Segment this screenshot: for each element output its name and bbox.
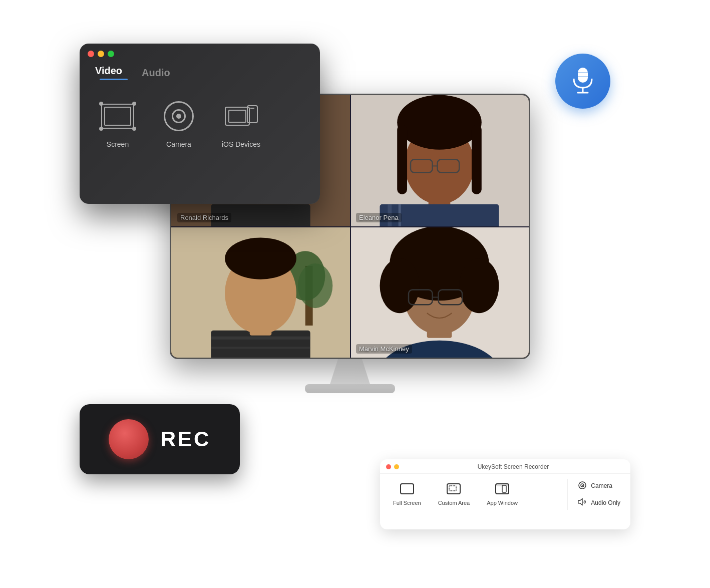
- mac-icon-screen[interactable]: Screen: [100, 98, 136, 148]
- mac-titlebar: [80, 44, 320, 57]
- monitor-stand: [330, 359, 370, 384]
- mac-tabs: Video Audio: [80, 57, 320, 80]
- ios-icon-box: [223, 98, 259, 134]
- mac-icon-ios[interactable]: iOS Devices: [222, 98, 260, 148]
- main-scene: Ronald Richards: [80, 44, 630, 544]
- ukeysoft-custom-area-btn[interactable]: Custom Area: [431, 479, 477, 510]
- mac-minimize-btn[interactable]: [98, 51, 104, 57]
- svg-point-31: [225, 237, 296, 279]
- corner-dot-bl: [99, 127, 103, 131]
- corner-dot-tr: [132, 102, 136, 106]
- rec-button[interactable]: REC: [80, 404, 240, 474]
- svg-point-15: [397, 95, 482, 150]
- face-eleanor: [350, 95, 529, 226]
- svg-point-52: [582, 485, 583, 486]
- mac-close-btn[interactable]: [88, 51, 94, 57]
- ukeysoft-minimize-btn[interactable]: [394, 464, 399, 469]
- svg-rect-17: [472, 125, 482, 194]
- mac-icon-camera[interactable]: Camera: [161, 98, 197, 148]
- microphone-icon: [570, 67, 596, 96]
- monitor-base: [305, 384, 395, 393]
- ukeysoft-main-buttons: Full Screen Custom Area: [386, 479, 563, 510]
- svg-point-27: [298, 263, 332, 308]
- ukeysoft-camera-btn[interactable]: Camera: [574, 479, 624, 493]
- svg-point-40: [459, 258, 499, 313]
- video-cell-marvin: Marvin McKinney: [350, 226, 529, 358]
- ukeysoft-app-window-btn[interactable]: App Window: [480, 479, 525, 510]
- app-window-label: App Window: [487, 500, 518, 506]
- face-marvin: [350, 226, 529, 358]
- full-screen-icon: [400, 483, 414, 497]
- mac-maximize-btn[interactable]: [108, 51, 114, 57]
- ukeysoft-side-buttons: Camera Audio Only: [567, 479, 624, 510]
- rec-label: REC: [161, 427, 211, 451]
- camera-side-label: Camera: [591, 482, 612, 489]
- grid-divider-vertical: [350, 95, 351, 358]
- tab-video-underline: [100, 79, 128, 80]
- video-cell-bl: [171, 226, 350, 358]
- mic-bubble[interactable]: [555, 54, 610, 109]
- tab-audio[interactable]: Audio: [142, 67, 170, 79]
- custom-area-icon: [447, 483, 461, 497]
- person-label-eleanor: Eleanor Pena: [356, 213, 402, 222]
- camera-inner-icon: [172, 109, 186, 123]
- tab-video[interactable]: Video: [95, 65, 122, 77]
- rec-circle: [109, 419, 149, 459]
- svg-rect-44: [401, 484, 414, 494]
- camera-icon-label: Camera: [166, 140, 191, 148]
- screen-icon-box: [100, 98, 136, 134]
- full-screen-label: Full Screen: [393, 500, 421, 506]
- audio-only-label: Audio Only: [591, 499, 620, 506]
- app-window-icon: [495, 483, 509, 497]
- ios-icon-label: iOS Devices: [222, 140, 260, 148]
- svg-rect-46: [449, 486, 456, 491]
- svg-rect-54: [578, 68, 588, 83]
- person-label-marvin: Marvin McKinney: [356, 344, 412, 354]
- ukeysoft-toolbar: UkeySoft Screen Recorder Full Screen: [380, 459, 630, 529]
- corner-dot-tl: [99, 102, 103, 106]
- ukeysoft-audio-only-btn[interactable]: Audio Only: [574, 496, 624, 510]
- svg-rect-49: [502, 485, 506, 492]
- custom-area-label: Custom Area: [438, 500, 470, 506]
- ukeysoft-titlebar: UkeySoft Screen Recorder: [380, 459, 630, 474]
- mac-window: Video Audio: [80, 44, 320, 204]
- corner-dot-br: [132, 127, 136, 131]
- camera-icon-box: [161, 98, 197, 134]
- audio-only-icon: [578, 498, 587, 508]
- camera-side-icon: [578, 481, 587, 491]
- svg-marker-53: [578, 499, 582, 505]
- ukeysoft-close-btn[interactable]: [386, 464, 391, 469]
- ukeysoft-full-screen-btn[interactable]: Full Screen: [386, 479, 428, 510]
- video-cell-eleanor: Eleanor Pena: [350, 95, 529, 226]
- camera-circle-icon: [164, 101, 194, 131]
- screen-icon-label: Screen: [107, 140, 129, 148]
- mac-icons-row: Screen Camera: [80, 80, 320, 148]
- ukeysoft-title: UkeySoft Screen Recorder: [402, 463, 624, 470]
- ukeysoft-content: Full Screen Custom Area: [380, 474, 630, 515]
- svg-rect-16: [397, 125, 407, 194]
- camera-center-dot: [176, 114, 181, 119]
- face-bl: [171, 226, 350, 358]
- person-label-ronald: Ronald Richards: [177, 213, 231, 222]
